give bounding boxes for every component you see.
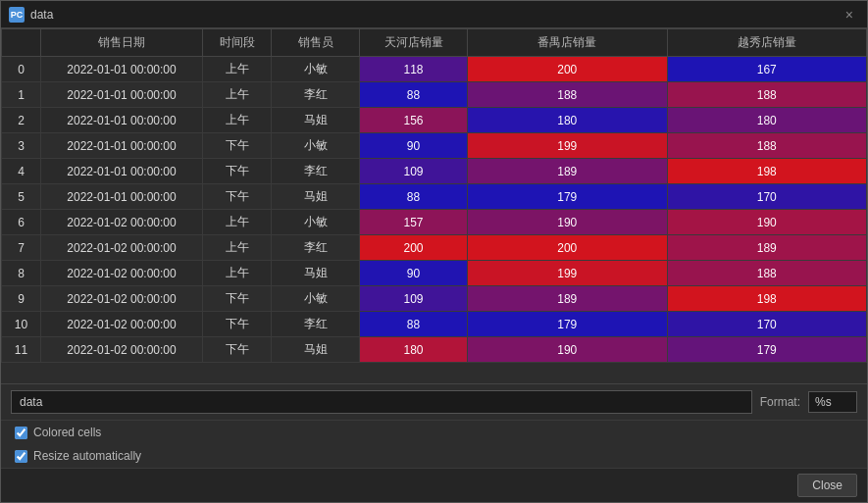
- table-cell: 88: [360, 184, 468, 210]
- resize-checkbox[interactable]: [15, 450, 27, 463]
- table-cell: 2022-01-02 00:00:00: [41, 210, 203, 235]
- table-cell: 下午: [203, 312, 272, 337]
- table-cell: 2022-01-02 00:00:00: [41, 235, 203, 261]
- table-cell: 7: [2, 235, 41, 261]
- table-cell: 马姐: [272, 184, 360, 210]
- col-date-header: 销售日期: [41, 29, 203, 57]
- table-cell: 11: [2, 337, 41, 363]
- table-cell: 下午: [203, 133, 272, 159]
- col-index-header: [2, 29, 41, 57]
- table-cell: 180: [360, 337, 468, 363]
- colored-cells-checkbox[interactable]: [15, 427, 27, 439]
- table-cell: 2022-01-01 00:00:00: [41, 108, 203, 133]
- table-cell: 198: [667, 159, 867, 184]
- table-cell: 2022-01-02 00:00:00: [41, 312, 203, 337]
- table-cell: 190: [667, 210, 867, 235]
- table-cell: 下午: [203, 184, 272, 210]
- window-title: data: [30, 8, 53, 22]
- table-cell: 2022-01-01 00:00:00: [41, 159, 203, 184]
- table-row: 42022-01-01 00:00:00下午李红109189198: [2, 159, 867, 184]
- table-cell: 2022-01-01 00:00:00: [41, 184, 203, 210]
- table-row: 22022-01-01 00:00:00上午马姐156180180: [2, 108, 867, 133]
- table-row: 62022-01-02 00:00:00上午小敏157190190: [2, 210, 867, 235]
- table-cell: 2022-01-01 00:00:00: [41, 82, 203, 108]
- table-row: 82022-01-02 00:00:00上午马姐90199188: [2, 261, 867, 286]
- table-row: 72022-01-02 00:00:00上午李红200200189: [2, 235, 867, 261]
- table-row: 102022-01-02 00:00:00下午李红88179170: [2, 312, 867, 337]
- table-cell: 189: [667, 235, 867, 261]
- main-window: PC data × 销售日期 时间段 销售员 天河店销量 番禺店销量 越秀店销量…: [0, 0, 868, 503]
- table-cell: 90: [360, 133, 468, 159]
- table-cell: 118: [360, 57, 468, 82]
- table-cell: 0: [2, 57, 41, 82]
- table-cell: 199: [468, 261, 668, 286]
- table-cell: 李红: [272, 312, 360, 337]
- table-cell: 2022-01-02 00:00:00: [41, 286, 203, 312]
- close-button[interactable]: Close: [797, 474, 857, 497]
- table-cell: 2022-01-01 00:00:00: [41, 133, 203, 159]
- table-cell: 188: [667, 82, 867, 108]
- table-cell: 上午: [203, 235, 272, 261]
- table-cell: 上午: [203, 108, 272, 133]
- colored-cells-row: Colored cells: [1, 421, 867, 444]
- table-cell: 90: [360, 261, 468, 286]
- table-cell: 小敏: [272, 133, 360, 159]
- table-cell: 4: [2, 159, 41, 184]
- table-cell: 180: [667, 108, 867, 133]
- close-icon[interactable]: ×: [840, 6, 859, 24]
- table-cell: 2: [2, 108, 41, 133]
- table-cell: 109: [360, 159, 468, 184]
- table-cell: 109: [360, 286, 468, 312]
- title-bar: PC data ×: [1, 1, 867, 28]
- col-yuexiu-header: 越秀店销量: [667, 29, 867, 57]
- format-label: Format:: [760, 395, 800, 409]
- table-cell: 170: [667, 312, 867, 337]
- table-cell: 3: [2, 133, 41, 159]
- table-cell: 190: [468, 210, 668, 235]
- table-cell: 179: [667, 337, 867, 363]
- table-container: 销售日期 时间段 销售员 天河店销量 番禺店销量 越秀店销量 02022-01-…: [1, 28, 867, 383]
- table-row: 112022-01-02 00:00:00下午马姐180190179: [2, 337, 867, 363]
- table-cell: 下午: [203, 337, 272, 363]
- table-cell: 200: [468, 235, 668, 261]
- table-cell: 200: [360, 235, 468, 261]
- table-cell: 1: [2, 82, 41, 108]
- table-cell: 179: [468, 184, 668, 210]
- table-row: 52022-01-01 00:00:00下午马姐88179170: [2, 184, 867, 210]
- table-cell: 170: [667, 184, 867, 210]
- table-cell: 8: [2, 261, 41, 286]
- table-row: 92022-01-02 00:00:00下午小敏109189198: [2, 286, 867, 312]
- input-row: Format:: [1, 384, 867, 421]
- table-cell: 小敏: [272, 57, 360, 82]
- table-cell: 188: [667, 261, 867, 286]
- table-cell: 188: [667, 133, 867, 159]
- table-cell: 6: [2, 210, 41, 235]
- table-cell: 88: [360, 312, 468, 337]
- table-cell: 179: [468, 312, 668, 337]
- colored-cells-label: Colored cells: [33, 426, 101, 439]
- title-bar-left: PC data: [9, 7, 53, 23]
- data-input[interactable]: [11, 390, 752, 414]
- table-cell: 2022-01-02 00:00:00: [41, 337, 203, 363]
- table-row: 32022-01-01 00:00:00下午小敏90199188: [2, 133, 867, 159]
- table-cell: 李红: [272, 159, 360, 184]
- table-cell: 小敏: [272, 210, 360, 235]
- table-cell: 上午: [203, 57, 272, 82]
- table-cell: 157: [360, 210, 468, 235]
- table-cell: 9: [2, 286, 41, 312]
- table-cell: 李红: [272, 82, 360, 108]
- format-input[interactable]: [808, 391, 857, 413]
- data-table: 销售日期 时间段 销售员 天河店销量 番禺店销量 越秀店销量 02022-01-…: [1, 28, 867, 363]
- table-cell: 李红: [272, 235, 360, 261]
- table-cell: 10: [2, 312, 41, 337]
- table-cell: 198: [667, 286, 867, 312]
- table-cell: 190: [468, 337, 668, 363]
- table-row: 02022-01-01 00:00:00上午小敏118200167: [2, 57, 867, 82]
- table-row: 12022-01-01 00:00:00上午李红88188188: [2, 82, 867, 108]
- table-cell: 2022-01-01 00:00:00: [41, 57, 203, 82]
- resize-row: Resize automatically: [1, 444, 867, 468]
- footer-area: Format: Colored cells Resize automatical…: [1, 383, 867, 502]
- table-cell: 马姐: [272, 337, 360, 363]
- app-icon: PC: [9, 7, 25, 23]
- table-cell: 小敏: [272, 286, 360, 312]
